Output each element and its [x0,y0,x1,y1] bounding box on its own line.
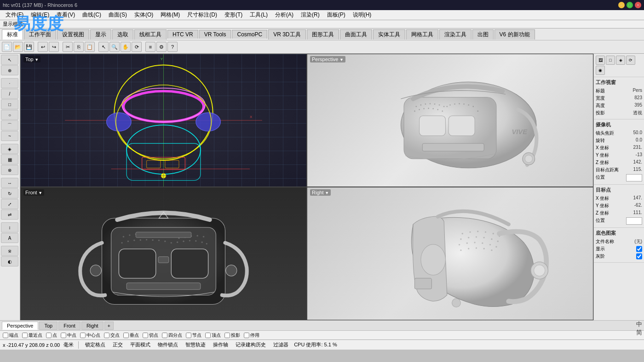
viewport-top[interactable]: Top [20,54,307,187]
line-tool[interactable]: / [1,89,18,99]
vp-tab-top[interactable]: Top [39,322,58,330]
vp-right-label[interactable]: Right [310,189,331,196]
menu-item-5[interactable]: 实体(O) [131,10,157,20]
vp-tab-perspective[interactable]: Perspective [2,322,38,330]
grayscale-checkbox[interactable] [636,253,642,260]
history-btn[interactable]: 记录建构历史 [234,341,268,348]
tab-item-0[interactable]: 标准 [2,29,23,40]
smart-track-btn[interactable]: 智慧轨迹 [184,341,207,348]
vp-top-label[interactable]: Top [23,56,40,62]
dimension-tool[interactable]: ↕ [1,222,18,232]
cb-nearest[interactable] [22,333,28,338]
copy-icon[interactable]: ⎘ [74,42,84,52]
cb-center[interactable] [80,333,86,338]
render-tool[interactable]: ◐ [1,256,18,266]
cb-proj[interactable] [224,333,230,338]
cb-intersect[interactable] [104,333,109,338]
cb-vertex[interactable] [205,333,211,338]
tab-item-5[interactable]: 线框工具 [134,29,167,40]
menu-item-3[interactable]: 曲线(C) [79,10,105,20]
tab-item-13[interactable]: 网格工具 [406,29,438,40]
new-icon[interactable]: 📄 [2,42,12,52]
panel-btn-4[interactable]: ⟳ [626,56,635,65]
ortho-btn[interactable]: 正交 [111,341,125,348]
cb-perp[interactable] [123,333,129,338]
arc-tool[interactable]: ⌒ [1,120,18,130]
analysis-tool[interactable]: ※ [1,246,18,256]
tab-item-12[interactable]: 实体工具 [373,29,405,40]
rotate-icon[interactable]: ⟳ [132,42,142,52]
vp-perspective-label[interactable]: Perspective [310,56,345,62]
select-tool[interactable]: ↖ [1,55,18,65]
menu-item-12[interactable]: 面板(P) [323,10,349,20]
cut-icon[interactable]: ✂ [63,42,73,52]
viewport-right[interactable]: Right [307,187,593,320]
props-icon[interactable]: ⚙ [156,42,167,52]
cb-disable[interactable] [244,333,249,338]
menu-item-11[interactable]: 渲染(R) [297,10,323,20]
tab-item-8[interactable]: CosmoPC [232,30,267,39]
point-tool[interactable]: · [1,78,18,88]
menu-item-1[interactable]: 编辑(E) [27,10,53,20]
vp-tab-add-button[interactable]: + [104,322,114,330]
tab-item-6[interactable]: HTC VR [167,30,198,39]
paste-icon[interactable]: 📋 [85,42,95,52]
cb-endpoint[interactable] [3,333,8,338]
planar-btn[interactable]: 平面模式 [128,341,152,348]
menu-item-4[interactable]: 曲面(S) [105,10,131,20]
menu-item-0[interactable]: 文件(F) [2,10,27,20]
move-tool[interactable]: ↔ [1,178,18,188]
vp-front-label[interactable]: Front [23,189,44,196]
lock-grid-btn[interactable]: 锁定格点 [83,341,107,348]
menu-item-8[interactable]: 变形(T) [221,10,246,20]
vp-tab-front[interactable]: Front [58,322,80,330]
zoom-icon[interactable]: 🔍 [109,42,120,52]
display-checkbox[interactable] [636,246,642,252]
tab-item-14[interactable]: 渲染工具 [439,29,472,40]
mirror-tool[interactable]: ⇌ [1,209,18,220]
rotate3d-tool[interactable]: ↻ [1,188,18,198]
menu-item-7[interactable]: 尺寸标注(D) [184,10,221,20]
layer-icon[interactable]: ≡ [145,42,155,52]
curve-tool[interactable]: ~ [1,131,18,141]
cb-knot[interactable] [186,333,191,338]
position2-input[interactable] [626,217,642,225]
menu-item-2[interactable]: 查看(V) [53,10,79,20]
tab-item-10[interactable]: 图形工具 [307,29,339,40]
viewport-perspective[interactable]: Perspective [307,54,593,187]
minimize-button[interactable]: − [618,2,625,8]
select-icon[interactable]: ↖ [98,42,109,52]
tab-item-1[interactable]: 工作平面 [24,29,56,40]
rect-tool[interactable]: □ [1,99,18,109]
help-icon[interactable]: ? [167,42,178,52]
tab-item-3[interactable]: 显示 [90,29,111,40]
viewport-front[interactable]: Front [20,187,307,320]
tab-item-4[interactable]: 选取 [112,29,133,40]
cb-point[interactable] [46,333,52,338]
open-icon[interactable]: 📂 [13,42,23,52]
pan-icon[interactable]: ✋ [121,42,131,52]
menu-item-13[interactable]: 说明(H) [349,10,375,20]
close-button[interactable]: × [635,2,641,8]
tab-item-11[interactable]: 曲面工具 [340,29,372,40]
tab-item-16[interactable]: V6 的新功能 [494,29,535,40]
vp-tab-right[interactable]: Right [81,322,104,330]
undo-icon[interactable]: ↩ [38,42,48,52]
maximize-button[interactable]: □ [627,2,633,8]
circle-tool[interactable]: ○ [1,110,18,120]
cb-tangent[interactable] [143,333,148,338]
panel-btn-2[interactable]: □ [606,56,615,65]
save-icon[interactable]: 💾 [24,42,34,52]
tab-item-2[interactable]: 设置视图 [57,29,89,40]
panel-btn-3[interactable]: ◈ [616,56,625,65]
filter-btn[interactable]: 过滤器 [271,341,290,348]
text-tool[interactable]: A [1,233,18,243]
panel-btn-5[interactable]: ◉ [596,66,605,75]
drag-tool[interactable]: ⊕ [1,65,18,75]
menu-item-9[interactable]: 工具(L) [246,10,271,20]
scale-tool[interactable]: ⤢ [1,199,18,209]
gumball-btn[interactable]: 操作轴 [211,341,230,348]
menu-item-10[interactable]: 分析(A) [271,10,297,20]
extrude-tool[interactable]: ▦ [1,154,18,164]
tab-item-9[interactable]: VR 3D工具 [268,29,305,40]
